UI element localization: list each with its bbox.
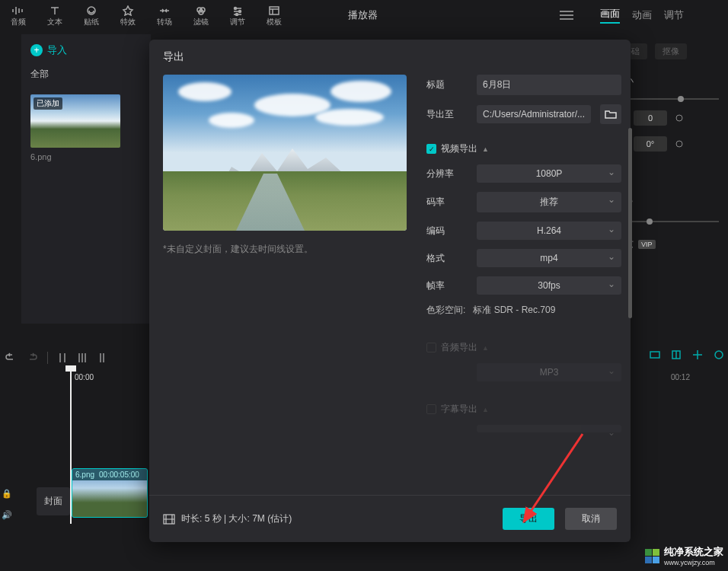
- tab-adj[interactable]: 调节: [664, 8, 684, 22]
- rate-label: 码率: [426, 196, 468, 209]
- svg-point-12: [715, 351, 723, 359]
- export-button[interactable]: 导出: [503, 508, 554, 530]
- tab-transition[interactable]: 转场: [146, 0, 183, 30]
- tool2-icon[interactable]: [670, 349, 682, 361]
- player-menu-icon[interactable]: [560, 11, 573, 20]
- filter-icon: [195, 5, 207, 16]
- reset-icon[interactable]: [675, 113, 684, 123]
- bitrate-select[interactable]: 推荐: [477, 192, 621, 212]
- watermark: 纯净系统之家 www.ycwjzy.com: [645, 545, 723, 566]
- tool3-icon[interactable]: [691, 349, 704, 361]
- audio-icon: [12, 5, 24, 16]
- speaker-icon[interactable]: 🔊: [2, 510, 12, 521]
- tab-anim[interactable]: 动画: [632, 8, 652, 22]
- split3-icon[interactable]: [97, 352, 107, 364]
- x-input[interactable]: 0: [634, 110, 667, 126]
- export-dialog: 导出 *未自定义封面，建议去时间线设置。 标题 6月8日 导出至: [149, 40, 631, 542]
- path-input[interactable]: C:/Users/Administrator/...: [477, 105, 591, 123]
- sticker-icon: [85, 5, 97, 16]
- check-icon-off: [426, 404, 436, 414]
- colorspace-value: 标准 SDR - Rec.709: [473, 304, 555, 317]
- path-label: 导出至: [426, 108, 468, 121]
- redo-icon[interactable]: [26, 352, 38, 364]
- timeline-clip[interactable]: 6.png 00:00:05:00: [72, 468, 148, 518]
- cancel-button[interactable]: 取消: [565, 508, 617, 530]
- svg-rect-10: [650, 352, 659, 358]
- reset-icon[interactable]: [675, 139, 684, 148]
- thumb-image: 已添加: [30, 94, 120, 148]
- dialog-title: 导出: [149, 40, 631, 75]
- title-input[interactable]: 6月8日: [477, 75, 621, 95]
- title-label: 标题: [426, 78, 468, 91]
- tab-effect[interactable]: 特效: [110, 0, 146, 30]
- chevron-up-icon: ▲: [482, 406, 489, 413]
- vip-badge: VIP: [638, 240, 656, 249]
- size-label: 大小: [615, 75, 719, 88]
- scrollbar[interactable]: [628, 128, 632, 318]
- resolution-select[interactable]: 1080P: [477, 164, 621, 183]
- tab-filter[interactable]: 滤镜: [183, 0, 219, 30]
- plus-icon: +: [30, 44, 43, 56]
- browse-button[interactable]: [600, 104, 621, 124]
- tab-adjust[interactable]: 调节: [219, 0, 256, 30]
- template-icon: [268, 5, 280, 16]
- split-icon[interactable]: [57, 352, 68, 364]
- lock-icon[interactable]: 🔒: [2, 489, 12, 499]
- pill-bg[interactable]: 抠像: [655, 43, 687, 59]
- time-mark: 00:12: [671, 373, 690, 381]
- adjust-icon: [231, 5, 244, 16]
- folder-icon: [605, 109, 617, 120]
- check-icon: ✓: [426, 144, 436, 154]
- media-thumb[interactable]: 已添加 6.png: [30, 94, 120, 161]
- deg-input[interactable]: 0°: [634, 136, 667, 152]
- watermark-text: 纯净系统之家: [664, 545, 723, 559]
- video-export-checkbox[interactable]: ✓ 视频导出 ▲: [426, 142, 621, 155]
- size-slider[interactable]: [615, 98, 719, 100]
- timeline-right-tools: [649, 349, 725, 361]
- subtitle-select: [477, 425, 621, 432]
- thumb-badge: 已添加: [34, 97, 62, 110]
- fmt-label: 格式: [426, 252, 468, 265]
- svg-point-4: [235, 7, 237, 9]
- fps-select[interactable]: 30fps: [477, 276, 621, 295]
- clip-name: 6.png: [75, 471, 94, 479]
- tab-template[interactable]: 模板: [256, 0, 292, 30]
- subtitle-export-checkbox[interactable]: 字幕导出 ▲: [426, 403, 621, 416]
- preview-caption: *未自定义封面，建议去时间线设置。: [163, 243, 407, 256]
- player-header: 播放器: [339, 0, 583, 30]
- svg-rect-7: [270, 7, 279, 14]
- tool4-icon[interactable]: [713, 349, 725, 361]
- media-tab-all[interactable]: 全部: [21, 66, 151, 88]
- export-preview: [163, 75, 407, 231]
- svg-point-5: [239, 10, 241, 12]
- res-label: 分辨率: [426, 167, 468, 180]
- enc-label: 编码: [426, 225, 468, 238]
- playhead-handle[interactable]: [65, 365, 76, 372]
- tab-picture[interactable]: 画面: [600, 7, 620, 24]
- cover-button[interactable]: 封面: [37, 487, 70, 515]
- import-button[interactable]: + 导入: [21, 34, 151, 66]
- import-label: 导入: [47, 43, 67, 57]
- audio-export-checkbox[interactable]: 音频导出 ▲: [426, 341, 621, 354]
- chevron-up-icon: ▲: [482, 344, 489, 352]
- effect-icon: [122, 5, 134, 16]
- svg-point-6: [236, 13, 238, 15]
- svg-point-9: [676, 141, 682, 147]
- thumb-filename: 6.png: [30, 152, 120, 161]
- tool1-icon[interactable]: [649, 349, 661, 361]
- undo-icon[interactable]: [5, 352, 17, 364]
- inspector-tabs: 画面 动画 调节: [591, 0, 728, 30]
- tab-text[interactable]: 文本: [37, 0, 73, 30]
- footer-info-text: 时长: 5 秒 | 大小: 7M (估计): [181, 512, 292, 525]
- split2-icon[interactable]: [77, 352, 88, 364]
- tab-audio[interactable]: 音频: [0, 0, 37, 30]
- film-icon: [163, 514, 175, 525]
- time-current: 00:00: [75, 373, 94, 381]
- tab-sticker[interactable]: 贴纸: [73, 0, 110, 30]
- chevron-up-icon: ▲: [482, 145, 489, 153]
- player-label: 播放器: [348, 8, 378, 22]
- format-select[interactable]: mp4: [477, 249, 621, 267]
- encoding-select[interactable]: H.264: [477, 222, 621, 240]
- svg-point-8: [676, 115, 682, 121]
- clip-duration: 00:00:05:00: [99, 471, 139, 479]
